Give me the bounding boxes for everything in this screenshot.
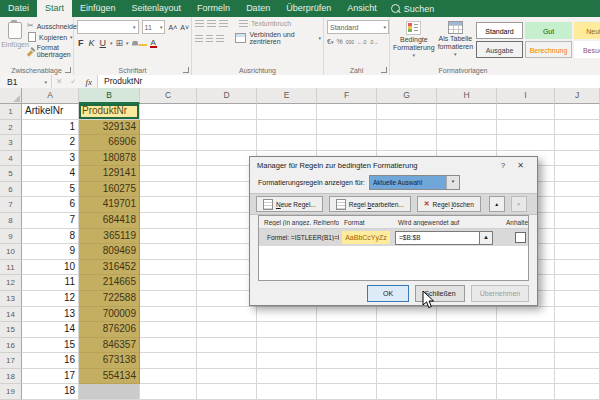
cell-G2[interactable] <box>377 120 437 136</box>
close-button[interactable]: Schließen <box>415 285 465 302</box>
cell-A11[interactable]: 10 <box>22 260 79 276</box>
cell-E17[interactable] <box>257 353 317 369</box>
cell-C2[interactable] <box>140 120 197 136</box>
cell-E3[interactable] <box>257 135 317 151</box>
wrap-text-button[interactable]: Textumbruch <box>239 20 291 27</box>
cell-C14[interactable] <box>140 307 197 323</box>
cell-A12[interactable]: 11 <box>22 275 79 291</box>
cell-E2[interactable] <box>257 120 317 136</box>
cell-G1[interactable] <box>377 104 437 120</box>
row-header-1[interactable]: 1 <box>0 104 22 120</box>
font-color-button[interactable]: A <box>150 38 157 48</box>
cell-A7[interactable]: 6 <box>22 197 79 213</box>
cell-A8[interactable]: 7 <box>22 213 79 229</box>
cut-button[interactable]: ✂Ausschneiden <box>27 22 81 30</box>
row-header-19[interactable]: 19 <box>0 384 22 400</box>
cell-H16[interactable] <box>437 338 497 354</box>
row-header-5[interactable]: 5 <box>0 166 22 182</box>
row-header-14[interactable]: 14 <box>0 307 22 323</box>
style-Besuchte[interactable]: Besuchte <box>574 41 600 58</box>
cell-B7[interactable]: 419701 <box>79 197 140 213</box>
dialog-launcher-icon[interactable] <box>183 67 189 73</box>
ok-button[interactable]: OK <box>367 285 409 302</box>
cell-B11[interactable]: 316452 <box>79 260 140 276</box>
cell-C16[interactable] <box>140 338 197 354</box>
cell-F14[interactable] <box>317 307 377 323</box>
cell-I19[interactable] <box>497 384 555 400</box>
cell-D12[interactable] <box>197 275 257 291</box>
cell-A16[interactable]: 15 <box>22 338 79 354</box>
cell-I15[interactable] <box>497 322 555 338</box>
delete-rule-button[interactable]: ✕ Regel löschen <box>417 196 481 212</box>
cell-E14[interactable] <box>257 307 317 323</box>
cell-A4[interactable]: 3 <box>22 151 79 167</box>
cell-I3[interactable] <box>497 135 555 151</box>
cell-A19[interactable]: 18 <box>22 384 79 400</box>
cell-E16[interactable] <box>257 338 317 354</box>
increase-decimal-button[interactable]: ←.0 <box>357 39 366 45</box>
cell-G3[interactable] <box>377 135 437 151</box>
cell-B2[interactable]: 329134 <box>79 120 140 136</box>
cell-C11[interactable] <box>140 260 197 276</box>
apply-button[interactable]: Übernehmen <box>471 285 529 302</box>
cell-A10[interactable]: 9 <box>22 244 79 260</box>
cell-C15[interactable] <box>140 322 197 338</box>
cell-J7[interactable] <box>555 197 600 213</box>
cell-F1[interactable] <box>317 104 377 120</box>
cell-A14[interactable]: 13 <box>22 307 79 323</box>
italic-button[interactable]: K <box>88 37 96 49</box>
cell-H2[interactable] <box>437 120 497 136</box>
range-picker-icon[interactable]: ▲ <box>479 232 492 244</box>
style-Standard[interactable]: Standard <box>476 22 523 39</box>
column-header-E[interactable]: E <box>257 88 317 104</box>
cell-C19[interactable] <box>140 384 197 400</box>
cell-D9[interactable] <box>197 229 257 245</box>
bold-button[interactable]: F <box>77 37 85 49</box>
cell-A1[interactable]: ArtikelNr <box>22 104 79 120</box>
cell-A2[interactable]: 1 <box>22 120 79 136</box>
align-bottom-icon[interactable] <box>219 20 228 27</box>
font-size-combo[interactable]: 11▾ <box>142 20 166 34</box>
cell-C8[interactable] <box>140 213 197 229</box>
cell-B3[interactable]: 66906 <box>79 135 140 151</box>
row-header-6[interactable]: 6 <box>0 182 22 198</box>
cell-B12[interactable]: 214665 <box>79 275 140 291</box>
column-header-C[interactable]: C <box>140 88 197 104</box>
align-left-icon[interactable] <box>195 35 203 42</box>
cell-J15[interactable] <box>555 322 600 338</box>
cell-F18[interactable] <box>317 369 377 385</box>
cell-B5[interactable]: 129141 <box>79 166 140 182</box>
cell-D3[interactable] <box>197 135 257 151</box>
number-format-combo[interactable]: Standard▾ <box>327 20 389 34</box>
cell-G19[interactable] <box>377 384 437 400</box>
cell-G18[interactable] <box>377 369 437 385</box>
scope-dropdown[interactable]: Aktuelle Auswahl ▾ <box>369 175 460 190</box>
cell-C1[interactable] <box>140 104 197 120</box>
row-header-8[interactable]: 8 <box>0 213 22 229</box>
cell-C9[interactable] <box>140 229 197 245</box>
edit-rule-button[interactable]: Regel bearbeiten... <box>329 196 411 212</box>
cell-B4[interactable]: 180878 <box>79 151 140 167</box>
cell-A17[interactable]: 16 <box>22 353 79 369</box>
style-Neutral[interactable]: Neutral <box>574 22 600 39</box>
cell-H3[interactable] <box>437 135 497 151</box>
cell-J1[interactable] <box>555 104 600 120</box>
tab-Seitenlayout[interactable]: Seitenlayout <box>124 0 190 17</box>
cell-J17[interactable] <box>555 353 600 369</box>
cell-C18[interactable] <box>140 369 197 385</box>
cell-A6[interactable]: 5 <box>22 182 79 198</box>
cell-A9[interactable]: 8 <box>22 229 79 245</box>
move-rule-down-button[interactable]: ▼ <box>511 196 527 212</box>
tab-Einfügen[interactable]: Einfügen <box>72 0 124 17</box>
cell-J13[interactable] <box>555 291 600 307</box>
cell-E1[interactable] <box>257 104 317 120</box>
column-header-B[interactable]: B <box>79 88 140 104</box>
cell-C13[interactable] <box>140 291 197 307</box>
tell-me-search[interactable]: Suchen <box>385 0 441 17</box>
help-button[interactable]: ? <box>495 161 511 170</box>
row-header-12[interactable]: 12 <box>0 275 22 291</box>
applies-to-input[interactable]: =$B:$B ▲ <box>395 231 493 245</box>
shrink-font-button[interactable]: A˅ <box>180 24 189 31</box>
column-header-I[interactable]: I <box>497 88 555 104</box>
cell-C4[interactable] <box>140 151 197 167</box>
